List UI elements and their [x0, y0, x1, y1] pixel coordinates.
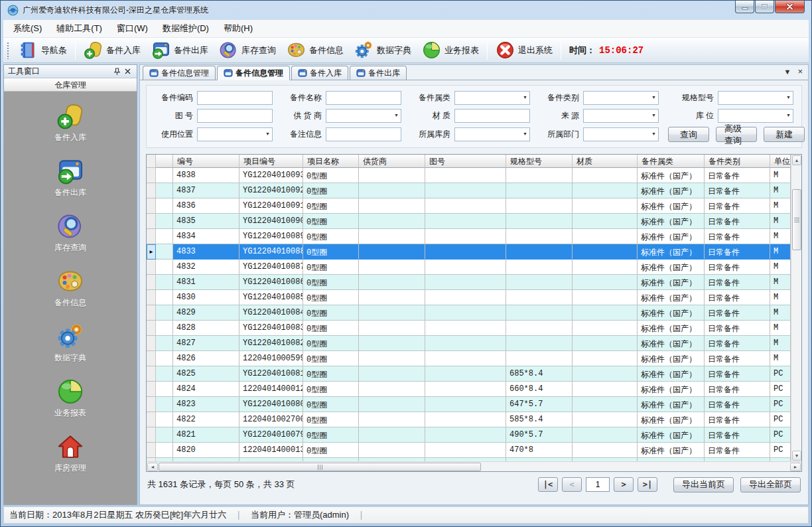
column-header-unit[interactable]: 单位 — [770, 155, 791, 168]
page-number-input[interactable] — [586, 477, 610, 492]
table-row[interactable]: 4829YG122040100840型圈标准件（国产）日常备件M — [147, 305, 791, 321]
table-row[interactable]: 4827YG122040100820型圈标准件（国产）日常备件M — [147, 336, 791, 351]
close-icon[interactable] — [122, 67, 133, 76]
table-row[interactable]: 4823YG122040100800型圈647*5.7标准件（国产）日常备件PC — [147, 397, 791, 412]
query-button[interactable]: 查询 — [668, 127, 709, 142]
combo-field[interactable] — [197, 127, 273, 141]
next-page-button[interactable]: > — [614, 477, 634, 492]
data-dictionary-toolbar-button[interactable]: 数据字典 — [349, 39, 417, 61]
table-row[interactable]: ►4833YG122040100880型圈标准件（国产）日常备件M — [147, 244, 791, 260]
cell-supplier — [359, 397, 425, 412]
menu-item-4[interactable]: 数据维护(D) — [155, 20, 216, 37]
table-row[interactable]: 4834YG122040100890型圈标准件（国产）日常备件M — [147, 229, 791, 244]
first-page-button[interactable]: |< — [538, 477, 558, 492]
maximize-button[interactable] — [755, 1, 774, 13]
table-row[interactable]: 4828YG122040100830型圈标准件（国产）日常备件M — [147, 321, 791, 336]
table-row[interactable]: 4832YG122040100870型圈标准件（国产）日常备件M — [147, 260, 791, 275]
new-button[interactable]: 新建 — [764, 127, 805, 142]
pin-icon[interactable] — [111, 67, 122, 76]
close-button[interactable] — [775, 1, 805, 13]
title-bar[interactable]: 广州爱奇迪软件科技有限公司-深田之星仓库管理系统 — [3, 1, 809, 20]
tab-3[interactable]: 备件入库 — [291, 66, 348, 80]
table-row[interactable]: 4825YG122040100810型圈685*8.4标准件（国产）日常备件PC — [147, 366, 791, 382]
scroll-left-icon[interactable]: ◄ — [147, 463, 158, 471]
vertical-scroll-thumb[interactable] — [792, 189, 801, 250]
scroll-up-icon[interactable]: ▲ — [792, 155, 801, 165]
sidebar-item-parts-outbound[interactable]: 备件出库 — [4, 157, 137, 198]
table-row[interactable]: 4830YG122040100850型圈标准件（国产）日常备件M — [147, 290, 791, 305]
column-header-material[interactable]: 材质 — [573, 155, 638, 168]
export-all-pages-button[interactable]: 导出全部页 — [740, 477, 801, 492]
inventory-query-toolbar-button[interactable]: 库存查询 — [214, 39, 281, 61]
table-row[interactable]: 4835YG122040100900型圈标准件（国产）日常备件M — [147, 214, 791, 229]
table-row[interactable]: 4821YG122040100790型圈490*5.7标准件（国产）日常备件PC — [147, 427, 791, 443]
combo-field[interactable] — [454, 91, 530, 105]
column-header-spec[interactable]: 规格型号 — [506, 155, 573, 168]
vertical-scrollbar[interactable]: ▲ ▼ — [791, 155, 801, 461]
input-field[interactable] — [326, 127, 401, 141]
table-row[interactable]: 482612204010005990型圈标准件（国产）日常备件M — [147, 351, 791, 366]
column-header-category[interactable]: 备件属类 — [638, 155, 705, 168]
navigator-toolbar-button[interactable]: 导航条 — [13, 39, 72, 61]
combo-field[interactable] — [583, 109, 659, 123]
parts-inbound-toolbar-button[interactable]: 备件入库 — [78, 39, 146, 61]
table-row[interactable]: 4838YG122040100930型圈标准件（国产）日常备件M — [147, 168, 791, 183]
tab-2[interactable]: 备件信息管理 — [217, 66, 290, 80]
sidebar-item-data-dictionary[interactable]: 数据字典 — [4, 323, 137, 364]
input-field[interactable] — [197, 91, 273, 105]
sidebar-item-parts-info[interactable]: 备件信息 — [4, 267, 137, 309]
column-header-code[interactable]: 编号 — [173, 155, 239, 168]
minimize-button[interactable] — [735, 1, 754, 13]
scroll-down-icon[interactable]: ▼ — [792, 451, 801, 461]
export-current-page-button[interactable]: 导出当前页 — [673, 477, 734, 492]
cell-project-code: YG12204010087 — [239, 260, 303, 275]
combo-field[interactable] — [454, 127, 530, 141]
table-row[interactable]: 482012204014000130型圈470*8标准件（国产）日常备件PC — [147, 443, 791, 458]
table-row[interactable]: 4836YG122040100910型圈标准件（国产）日常备件M — [147, 198, 791, 214]
parts-info-toolbar-button[interactable]: 备件信息 — [281, 39, 349, 61]
window-title: 广州爱奇迪软件科技有限公司-深田之星仓库管理系统 — [23, 5, 208, 16]
last-page-button[interactable]: >| — [638, 477, 657, 492]
cell-supplier — [359, 336, 425, 351]
parts-outbound-toolbar-button[interactable]: 备件出库 — [146, 39, 214, 61]
combo-field[interactable] — [583, 127, 659, 141]
combo-field[interactable] — [326, 109, 401, 123]
table-row[interactable]: 482212204010027000型圈585*8.4标准件（国产）日常备件PC — [147, 412, 791, 427]
chevron-down-icon[interactable]: ▼ — [784, 67, 791, 76]
tab-4[interactable]: 备件出库 — [350, 66, 407, 80]
column-header-project-code[interactable]: 项目编号 — [239, 155, 303, 168]
sidebar-item-parts-inbound[interactable]: 备件入库 — [4, 102, 137, 143]
sidebar-item-business-report[interactable]: 业务报表 — [4, 378, 137, 419]
exit-system-toolbar-button[interactable]: 退出系统 — [490, 39, 558, 61]
table-row[interactable]: 4831YG122040100860型圈标准件（国产）日常备件M — [147, 275, 791, 290]
column-header-drawing-no[interactable]: 图号 — [425, 155, 506, 168]
menu-item-1[interactable]: 系统(S) — [6, 20, 49, 37]
toolbar-grip[interactable] — [7, 42, 10, 59]
input-field[interactable] — [197, 109, 273, 123]
menu-item-5[interactable]: 帮助(H) — [216, 20, 260, 37]
advanced-query-button[interactable]: 高级查询 — [716, 127, 757, 142]
column-header-supplier[interactable]: 供货商 — [359, 155, 425, 168]
table-row[interactable]: 482412204014000120型圈660*8.4标准件（国产）日常备件PC — [147, 382, 791, 397]
combo-field[interactable] — [718, 109, 793, 123]
sidebar-item-warehouse-management[interactable]: 库房管理 — [4, 433, 137, 474]
row-indicator — [147, 427, 156, 443]
horizontal-scroll-thumb[interactable] — [159, 463, 481, 471]
cell-code: 4823 — [173, 397, 239, 412]
combo-field[interactable] — [583, 91, 659, 105]
prev-page-button[interactable]: < — [562, 477, 582, 492]
scroll-right-icon[interactable]: ► — [790, 463, 801, 471]
menu-item-2[interactable]: 辅助工具(T) — [49, 20, 109, 37]
column-header-type[interactable]: 备件类别 — [705, 155, 770, 168]
combo-field[interactable] — [718, 91, 793, 105]
close-icon[interactable]: × — [797, 67, 803, 76]
horizontal-scrollbar[interactable]: ◄ ► — [147, 461, 801, 471]
menu-item-3[interactable]: 窗口(W) — [109, 20, 155, 37]
table-row[interactable]: 4837YG122040100920型圈标准件（国产）日常备件M — [147, 183, 791, 198]
column-header-project-name[interactable]: 项目名称 — [303, 155, 359, 168]
tab-1[interactable]: 备件信息管理 — [143, 66, 216, 80]
input-field[interactable] — [326, 91, 401, 105]
sidebar-item-inventory-query[interactable]: 库存查询 — [4, 212, 137, 254]
input-field[interactable] — [454, 109, 530, 123]
business-report-toolbar-button[interactable]: 业务报表 — [417, 39, 484, 61]
